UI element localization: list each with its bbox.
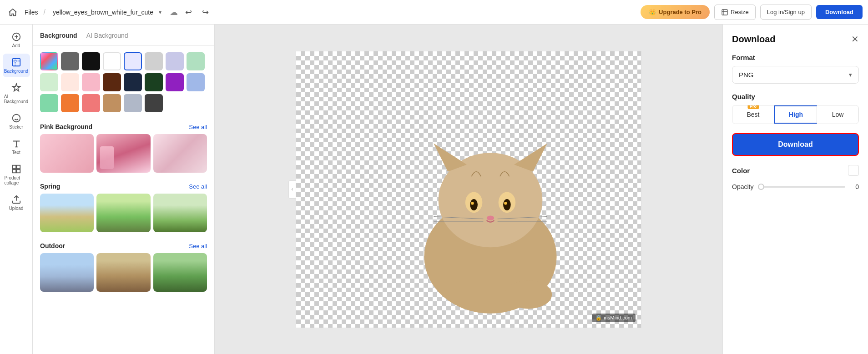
panel-tabs: Background AI Background xyxy=(33,25,214,46)
sidebar-item-ai-label: AI Background xyxy=(4,94,28,104)
spring-thumb-2[interactable] xyxy=(96,194,150,232)
color-swatch-peach[interactable] xyxy=(61,73,79,91)
opacity-slider[interactable] xyxy=(758,186,845,188)
filename-label[interactable]: yellow_eyes_brown_white_fur_cute xyxy=(53,9,153,16)
quality-high-button[interactable]: High xyxy=(774,105,817,124)
watermark-icon: 🔒 xyxy=(595,315,602,321)
opacity-label: Opacity xyxy=(732,183,753,190)
sidebar-item-upload[interactable]: Upload xyxy=(3,191,30,214)
color-swatch-white[interactable] xyxy=(103,52,121,70)
cloud-icon[interactable]: ☁ xyxy=(170,7,178,17)
collapse-panel-button[interactable]: ‹ xyxy=(288,180,296,199)
sidebar-item-add[interactable]: Add xyxy=(3,28,30,52)
filename-dropdown-icon[interactable]: ▾ xyxy=(159,9,161,15)
plus-icon xyxy=(11,32,21,42)
sidebar-item-ai-background[interactable]: AI Background xyxy=(3,79,30,108)
outdoor-thumb-3[interactable] xyxy=(153,253,207,292)
background-panel: Background AI Background xyxy=(33,25,215,354)
color-swatch-dark-green[interactable] xyxy=(145,73,163,91)
color-swatch-black[interactable] xyxy=(82,52,100,70)
color-swatch-green[interactable] xyxy=(40,94,58,112)
sidebar-item-sticker-label: Sticker xyxy=(9,125,23,130)
download-panel-header: Download ✕ xyxy=(732,34,859,45)
color-section-label: Color xyxy=(732,167,750,175)
tab-ai-background[interactable]: AI Background xyxy=(86,32,128,40)
ai-icon xyxy=(11,83,21,93)
outdoor-thumb-1[interactable] xyxy=(40,253,94,292)
color-swatch-brown[interactable] xyxy=(103,73,121,91)
cat-image xyxy=(381,91,600,328)
download-panel: Download ✕ Format PNG ▾ Quality Pro Best… xyxy=(722,25,868,354)
outdoor-see-all[interactable]: See all xyxy=(189,243,207,249)
close-download-panel-button[interactable]: ✕ xyxy=(851,34,859,45)
color-swatch-dark-gray[interactable] xyxy=(145,94,163,112)
sidebar-item-product-collage[interactable]: Product collage xyxy=(3,160,30,189)
spring-thumb-1[interactable] xyxy=(40,194,94,232)
outdoor-thumb-2[interactable] xyxy=(96,253,150,292)
spring-thumb-3[interactable] xyxy=(153,194,207,232)
opacity-value: 0 xyxy=(850,183,859,190)
color-swatch-light-blue-selected[interactable] xyxy=(124,52,142,70)
quality-low-button[interactable]: Low xyxy=(817,105,858,124)
color-swatch-sky-blue[interactable] xyxy=(187,73,205,91)
opacity-thumb[interactable] xyxy=(758,184,764,190)
svg-rect-4 xyxy=(12,165,15,169)
main-content: Add Background AI Background Sticker Tex… xyxy=(0,25,868,354)
pink-see-all[interactable]: See all xyxy=(189,124,207,130)
sidebar-item-text[interactable]: Text xyxy=(3,135,30,159)
login-button[interactable]: Log in/Sign up xyxy=(760,5,812,20)
format-select[interactable]: PNG ▾ xyxy=(732,66,859,84)
color-swatch-blue-gray[interactable] xyxy=(124,94,142,112)
format-label: Format xyxy=(732,54,859,61)
color-swatch-light-gray[interactable] xyxy=(145,52,163,70)
spring-see-all[interactable]: See all xyxy=(189,183,207,190)
background-icon xyxy=(11,57,21,67)
opacity-section: Opacity 0 xyxy=(732,183,859,190)
sidebar-item-background[interactable]: Background xyxy=(3,54,30,77)
quality-section: Quality Pro Best High Low xyxy=(732,93,859,124)
crown-icon: 👑 xyxy=(649,9,656,15)
download-panel-title: Download xyxy=(732,34,776,45)
svg-point-17 xyxy=(471,202,474,204)
color-section: Color xyxy=(732,165,859,176)
resize-button[interactable]: Resize xyxy=(714,5,756,20)
files-label[interactable]: Files xyxy=(25,9,38,16)
sidebar-item-upload-label: Upload xyxy=(9,206,24,211)
pink-section-title: Pink Background xyxy=(40,123,92,130)
sidebar-item-sticker[interactable]: Sticker xyxy=(3,110,30,133)
redo-button[interactable]: ↪ xyxy=(199,5,212,19)
color-swatch-salmon[interactable] xyxy=(82,94,100,112)
pink-thumb-3[interactable] xyxy=(153,134,207,173)
sticker-icon xyxy=(11,113,21,123)
svg-point-19 xyxy=(487,215,495,220)
upgrade-button[interactable]: 👑 Upgrade to Pro xyxy=(641,5,710,19)
pink-thumb-2[interactable] xyxy=(96,134,150,173)
tab-background[interactable]: Background xyxy=(40,32,77,40)
color-swatch-mint[interactable] xyxy=(187,52,205,70)
canvas[interactable]: 🔒 insMind.com xyxy=(296,51,641,328)
color-swatch-lavender[interactable] xyxy=(166,52,184,70)
format-value: PNG xyxy=(739,71,754,79)
canvas-area: 🔒 insMind.com ‹ xyxy=(215,25,722,354)
quality-best-button[interactable]: Pro Best xyxy=(732,105,774,124)
undo-button[interactable]: ↩ xyxy=(182,5,195,19)
color-swatch-light-green[interactable] xyxy=(40,73,58,91)
download-action-button[interactable]: Download xyxy=(732,133,859,156)
color-swatch-pink[interactable] xyxy=(82,73,100,91)
svg-rect-0 xyxy=(722,10,727,15)
left-sidebar: Add Background AI Background Sticker Tex… xyxy=(0,25,33,354)
color-preview-swatch[interactable] xyxy=(848,165,859,176)
home-icon[interactable] xyxy=(5,5,20,20)
color-swatch-purple[interactable] xyxy=(166,73,184,91)
color-swatch-orange[interactable] xyxy=(61,94,79,112)
gradient-swatch[interactable] xyxy=(40,52,58,70)
color-swatch-tan[interactable] xyxy=(103,94,121,112)
collage-icon xyxy=(11,164,21,174)
download-topbar-button[interactable]: Download xyxy=(816,5,863,19)
spring-section-title: Spring xyxy=(40,183,60,190)
color-swatch-gray[interactable] xyxy=(61,52,79,70)
pink-thumb-1[interactable] xyxy=(40,134,94,173)
color-swatch-navy[interactable] xyxy=(124,73,142,91)
pro-badge: Pro xyxy=(747,105,759,109)
color-grid xyxy=(33,46,214,119)
